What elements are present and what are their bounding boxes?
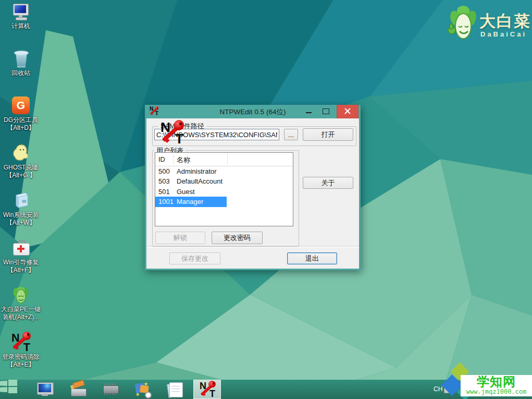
recycle-bin-icon [11, 49, 30, 68]
column-separator [173, 154, 174, 165]
save-changes-button[interactable]: 保存更改 [169, 252, 220, 264]
desktop-icon-win-install[interactable]: W Win系统安装 【Alt+W】 [0, 191, 42, 227]
window-client-area: SAM 文件路径 ... 打开 用户列表 ID 名称 500 Administr… [146, 118, 359, 269]
exit-button[interactable]: 退出 [287, 252, 337, 264]
column-separator [227, 154, 228, 165]
browse-button[interactable]: ... [284, 129, 298, 140]
user-row[interactable]: 503 DefaultAccount [155, 176, 293, 186]
user-row[interactable]: 501 Guest [155, 187, 293, 197]
user-list-group: 用户列表 ID 名称 500 Administrator 503 Defau [152, 150, 299, 247]
watermark-site-name: 学知网 [461, 375, 532, 388]
desktop-icon-dg-partition[interactable]: G DG分区工具 【Alt+D】 [0, 96, 42, 132]
desktop: 大白菜 DaBaiCai 计算机 回收站 G DG分区工具 【Alt+D】 GH… [0, 0, 532, 399]
user-list[interactable]: ID 名称 500 Administrator 503 DefaultAccou… [155, 152, 293, 226]
nt-key-icon: NT [200, 382, 215, 397]
taskbar-item-disk-tool[interactable] [70, 381, 86, 397]
open-button[interactable]: 打开 [303, 128, 353, 141]
unlock-button[interactable]: 解锁 [155, 232, 205, 244]
ntpwedit-window: NT NTPWEdit 0.5 (64位) SAM 文件路径 ... 打开 用户… [145, 105, 361, 270]
close-button[interactable] [337, 105, 358, 118]
desktop-icon-recycle-bin[interactable]: 回收站 [0, 49, 42, 77]
user-list-header: ID 名称 [155, 153, 293, 166]
user-row-selected[interactable]: 1001 Manager [155, 197, 293, 207]
user-row[interactable]: 500 Administrator [155, 166, 293, 176]
desktop-icon-computer[interactable]: 计算机 [0, 2, 42, 30]
nt-key-logo: NT [160, 122, 183, 144]
maximize-button[interactable] [319, 105, 332, 118]
first-aid-kit-icon [11, 238, 30, 257]
svg-text:W: W [22, 199, 27, 204]
ghost-icon [11, 143, 30, 162]
brand-name: 大白菜 [479, 10, 531, 32]
brand-latin-name: DaBaiCai [480, 30, 527, 38]
install-package-icon: W [11, 191, 30, 210]
minimize-icon [306, 112, 312, 113]
taskbar-item-memory-tool[interactable] [102, 381, 119, 397]
dabaicai-brand-logo: 大白菜 DaBaiCai [447, 2, 532, 44]
watermark: 学知网 www.jmqz1000.com [461, 375, 532, 396]
watermark-site-url: www.jmqz1000.com [461, 388, 532, 395]
desktop-icon-boot-repair[interactable]: Win引导修复 【Alt+F】 [0, 238, 42, 274]
taskbar-item-display[interactable] [36, 381, 53, 397]
separator [146, 246, 359, 248]
desktop-icon-ghost-clone[interactable]: GHOST克隆 【Alt+G 】 [0, 143, 42, 179]
language-indicator[interactable]: CH [434, 385, 442, 393]
dg-partition-icon: G [11, 96, 30, 115]
computer-icon [11, 2, 30, 21]
taskbar-item-ntpwedit-active[interactable]: NT [193, 380, 221, 399]
minimize-button[interactable] [302, 105, 316, 118]
start-button[interactable] [0, 380, 17, 393]
column-header-name: 名称 [177, 155, 190, 165]
maximize-icon [323, 108, 329, 114]
taskbar-item-notepad[interactable] [167, 381, 184, 397]
cabbage-mascot-icon [447, 3, 478, 44]
about-button[interactable]: 关于 [303, 177, 353, 189]
desktop-icon-dabaicai-pe[interactable]: 大白菜PE一键 装机(Alt+Z)... [0, 285, 42, 321]
desktop-icon-password-clear[interactable]: NT 登录密码清除 【Alt+E】 [0, 333, 42, 369]
nt-key-icon: NT [11, 333, 30, 352]
disk-brush-icon [71, 389, 86, 396]
windows-logo-icon [0, 381, 7, 386]
change-password-button[interactable]: 更改密码 [212, 232, 263, 244]
column-header-id: ID [158, 155, 165, 163]
window-titlebar[interactable]: NT NTPWEdit 0.5 (64位) [145, 105, 361, 118]
cabbage-icon [11, 285, 30, 304]
taskbar-item-partition-tool[interactable]: ★★ [134, 381, 151, 397]
